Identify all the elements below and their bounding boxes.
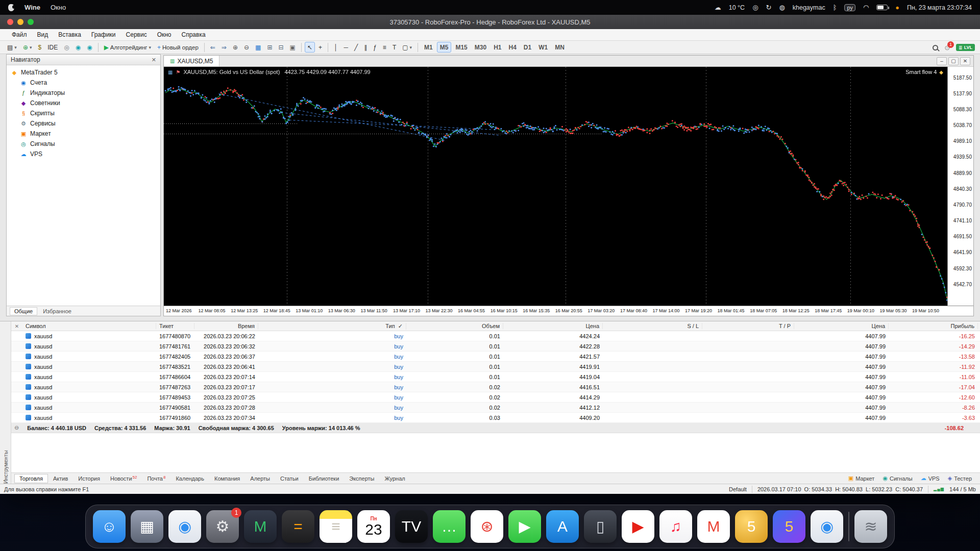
dock-calendar[interactable]: Пн 23 [357,510,390,543]
nav-item-accounts[interactable]: ◉ Счета [7,78,160,88]
tf-w1[interactable]: W1 [535,42,551,53]
menu-item[interactable]: Справка [177,30,210,39]
dock-finder[interactable]: ☺ [93,510,126,543]
mac-app-name[interactable]: Wine [24,4,40,11]
algo-studio-button[interactable]: ◎ [61,42,71,53]
auto-scroll-button[interactable]: ⇒ [219,42,229,53]
close-position-button[interactable]: ✕ [978,364,980,369]
nav-item-vps[interactable]: ☁ VPS [7,149,160,159]
crosshair-button[interactable]: + [316,42,325,53]
one-click-trading-icon[interactable]: ▦ [168,69,173,75]
tf-h4[interactable]: H4 [505,42,519,53]
status-profile[interactable]: Default [729,486,747,492]
mac-username[interactable]: khegaymac [793,4,825,11]
symbols-dollar-button[interactable]: $ [35,42,44,53]
dock-mt5-gold[interactable]: 5 [735,510,768,543]
menu-item[interactable]: Сервис [121,30,152,39]
hotspot-icon[interactable]: ◎ [752,4,758,11]
object-windows-button[interactable]: ⊟ [276,42,286,53]
column-header[interactable]: Объем [406,323,503,329]
menubar-clock[interactable]: Пн, 23 марта 23:07:34 [907,4,972,11]
trendline-button[interactable]: ╱ [352,42,360,53]
column-header[interactable]: T / P [702,323,794,329]
chart-tab-xauusd-m5[interactable]: ▥ XAUUSD,M5 [164,56,219,66]
search-icon[interactable] [933,45,938,51]
record-indicator-icon[interactable]: ● [895,4,899,11]
tab-experts[interactable]: Эксперты [344,474,379,483]
traffic-zoom-button[interactable] [28,19,34,25]
community-button[interactable]: ◉ [73,42,83,53]
tf-m30[interactable]: M30 [472,42,489,53]
nav-tab-favorites[interactable]: Избранное [38,307,76,315]
close-position-button[interactable]: ✕ [978,374,980,380]
nav-item-signals[interactable]: ◎ Сигналы [7,139,160,149]
column-header[interactable]: Символ [22,323,156,329]
dock-music[interactable]: ♫ [659,510,692,543]
signals-tool[interactable]: ◉ Сигналы [883,475,912,482]
dock-messages[interactable]: … [433,510,465,543]
text-button[interactable]: T [390,42,399,53]
chart-restore-button[interactable]: ▢ [948,57,959,65]
levels-button[interactable]: ≡ [380,42,389,53]
tab-news[interactable]: Новости 52 [105,474,142,483]
tab-library[interactable]: Библиотеки [304,474,345,483]
menu-item[interactable]: Файл [7,30,32,39]
menu-item[interactable]: Графики [87,30,120,39]
nav-tab-common[interactable]: Общие [10,307,37,315]
chart-close-button[interactable]: ✕ [960,57,970,65]
nav-item-indicators[interactable]: ƒ Индикаторы [7,88,160,98]
new-order-button[interactable]: + Новый ордер [155,42,201,53]
close-position-button[interactable]: ✕ [978,394,980,400]
collapse-icon[interactable]: ⊖ [14,424,19,431]
chart-type-button[interactable]: ▤ ▾ [5,42,19,53]
traffic-close-button[interactable] [7,19,13,25]
vps-tool[interactable]: ☁ VPS [921,475,940,482]
shapes-button[interactable]: ▢ ▾ [400,42,414,53]
dock-settings[interactable]: 1 ⚙ [206,510,239,543]
indicator-windows-button[interactable]: ⊞ [264,42,275,53]
dock-photos[interactable]: ⊛ [471,510,503,543]
notifications-icon[interactable]: ⊙ 1 [944,44,950,52]
time-axis[interactable]: 12 Mar 202612 Mar 08:0512 Mar 13:2512 Ma… [164,306,973,315]
tab-trade[interactable]: Торговля [14,474,48,483]
indicators-button[interactable]: ⊕ ▾ [20,42,35,53]
dock-iphone-mirroring[interactable]: ▯ [584,510,617,543]
mac-menu-window[interactable]: Окно [51,4,66,11]
nav-item-scripts[interactable]: § Скрипты [7,108,160,118]
menu-item[interactable]: Окно [153,30,176,39]
table-row[interactable]: xauusd 1677486604 2026.03.23 20:07:14 bu… [11,372,980,382]
table-row[interactable]: xauusd 1677489453 2026.03.23 20:07:25 bu… [11,392,980,403]
ide-button[interactable]: IDE [45,42,60,53]
dock-facetime[interactable]: ▶ [508,510,541,543]
column-header[interactable]: Тикет [156,323,194,329]
close-position-button[interactable]: ✕ [978,384,980,390]
dock-gmail[interactable]: M [697,510,730,543]
dock-notes[interactable]: ≡ [320,510,352,543]
table-row[interactable]: xauusd 1677490581 2026.03.23 20:07:28 bu… [11,403,980,413]
vpn-icon[interactable]: ◍ [779,4,785,11]
price-chart[interactable] [164,67,947,306]
table-row[interactable]: xauusd 1677487263 2026.03.23 20:07:17 bu… [11,382,980,392]
dock-appstore[interactable]: A [546,510,579,543]
close-position-button[interactable]: ✕ [978,415,980,420]
tab-history[interactable]: История [73,474,105,483]
depth-of-market-button[interactable]: ◉ [84,42,94,53]
zoom-in-button[interactable]: ⊕ [230,42,240,53]
dock-youtube[interactable]: ▶ [622,510,654,543]
dock-safari[interactable]: ◉ [168,510,201,543]
lvl-indicator[interactable]: ≣ LVL [956,44,975,51]
nav-item-experts[interactable]: ◆ Советники [7,98,160,108]
dock-app-5[interactable]: 5 [773,510,805,543]
nav-root-metatrader[interactable]: ◆ MetaTrader 5 [7,67,160,78]
menu-item[interactable]: Вид [33,30,53,39]
column-header[interactable]: S / L [603,323,702,329]
table-row[interactable]: xauusd 1677481761 2026.03.23 20:06:32 bu… [11,341,980,352]
nav-item-services[interactable]: ⚙ Сервисы [7,118,160,129]
wifi-icon[interactable]: ◠ [863,4,869,11]
column-header[interactable]: Цена [503,323,603,329]
table-row[interactable]: xauusd 1677480870 2026.03.23 20:06:22 bu… [11,331,980,341]
vline-button[interactable]: │ [331,42,340,53]
menu-item[interactable]: Вставка [54,30,86,39]
flag-icon[interactable]: ⚑ [176,69,180,75]
dock-safari-alt[interactable]: ◉ [811,510,843,543]
